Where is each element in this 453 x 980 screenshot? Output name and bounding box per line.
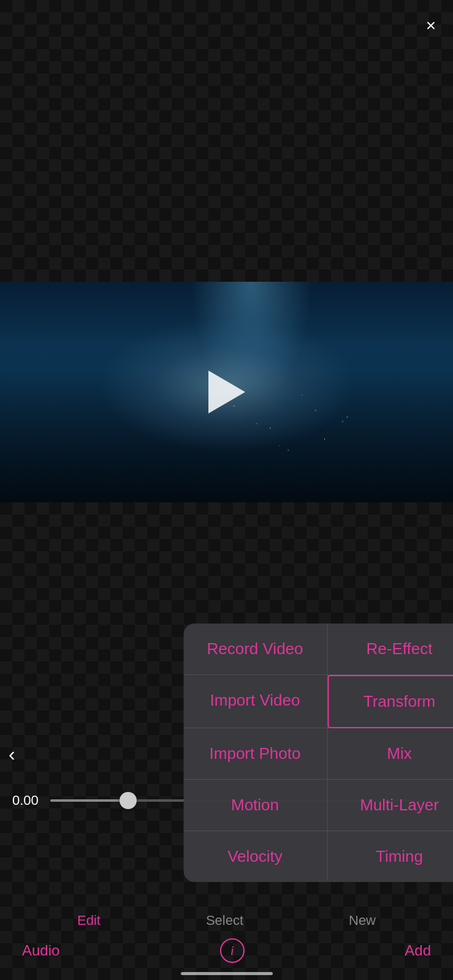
menu-item-velocity[interactable]: Velocity xyxy=(183,831,327,882)
menu-grid: Record Video Re-Effect Import Video Tran… xyxy=(183,624,453,882)
menu-item-record-video[interactable]: Record Video xyxy=(183,624,327,675)
menu-item-multi-layer[interactable]: Multi-Layer xyxy=(327,780,453,831)
menu-item-transform[interactable]: Transform xyxy=(327,675,453,728)
menu-item-re-effect[interactable]: Re-Effect xyxy=(327,624,453,675)
popup-menu: Record Video Re-Effect Import Video Tran… xyxy=(183,624,453,882)
video-player[interactable] xyxy=(0,282,453,502)
play-button[interactable] xyxy=(208,371,245,413)
tab-edit[interactable]: Edit xyxy=(77,913,101,929)
left-chevron-button[interactable]: ‹ xyxy=(9,743,15,766)
bottom-panel: ‹ 0.00 Record Video Re-Effect Import Vid… xyxy=(0,502,453,980)
menu-item-import-photo[interactable]: Import Photo xyxy=(183,728,327,780)
tab-new[interactable]: New xyxy=(349,913,376,929)
add-button[interactable]: Add xyxy=(405,942,431,959)
tab-select[interactable]: Select xyxy=(206,913,243,929)
tab-bar: Edit Select New xyxy=(0,913,453,929)
slider-value-label: 0.00 xyxy=(12,793,43,809)
diamond-pattern-top xyxy=(0,0,453,282)
action-bar: Audio i Add xyxy=(0,938,453,963)
menu-item-timing[interactable]: Timing xyxy=(327,831,453,882)
home-indicator xyxy=(181,972,273,975)
close-button[interactable]: × xyxy=(426,17,436,34)
menu-item-motion[interactable]: Motion xyxy=(183,780,327,831)
audio-button[interactable]: Audio xyxy=(22,942,59,959)
slider-thumb[interactable] xyxy=(120,792,137,809)
slider-fill xyxy=(50,799,128,802)
menu-item-mix[interactable]: Mix xyxy=(327,728,453,780)
top-panel: × xyxy=(0,0,453,282)
info-button[interactable]: i xyxy=(220,938,245,963)
menu-item-import-video[interactable]: Import Video xyxy=(183,675,327,728)
